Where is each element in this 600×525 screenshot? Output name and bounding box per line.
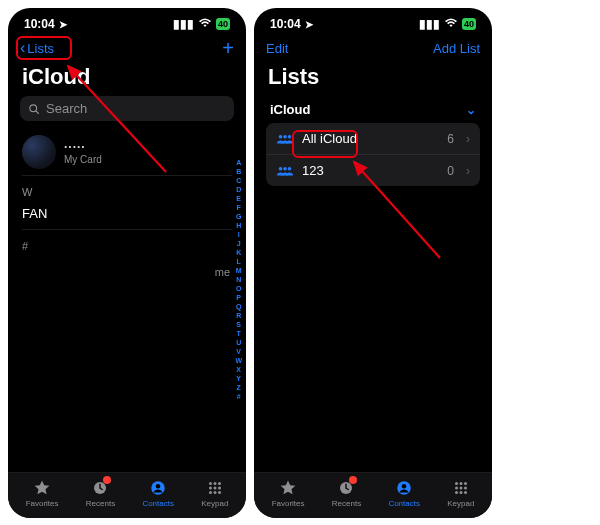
page-title: Lists (254, 62, 492, 96)
svg-point-31 (455, 491, 458, 494)
svg-point-8 (218, 482, 221, 485)
index-letter[interactable]: Z (235, 383, 242, 392)
index-letter[interactable]: K (235, 248, 242, 257)
svg-point-10 (213, 487, 216, 490)
wifi-icon (444, 17, 458, 31)
index-letter[interactable]: W (235, 356, 242, 365)
svg-point-30 (464, 487, 467, 490)
svg-point-5 (156, 484, 161, 489)
back-label: Lists (27, 41, 54, 56)
tab-bar: Favorites Recents Contacts Keypad (8, 472, 246, 518)
svg-point-9 (209, 487, 212, 490)
svg-point-17 (288, 134, 292, 138)
section-header-w: W (8, 176, 246, 202)
keypad-icon (452, 479, 470, 497)
index-letter[interactable]: F (235, 203, 242, 212)
star-icon (33, 479, 51, 497)
badge-icon (103, 476, 111, 484)
phone-lists: 10:04 ➤ ▮▮▮ 40 Edit Add List Lists iClou… (254, 8, 492, 518)
badge-icon (349, 476, 357, 484)
index-letter[interactable]: R (235, 311, 242, 320)
svg-point-33 (464, 491, 467, 494)
index-letter[interactable]: Y (235, 374, 242, 383)
location-icon: ➤ (305, 19, 313, 30)
svg-point-6 (209, 482, 212, 485)
index-letter[interactable]: # (235, 392, 242, 401)
location-icon: ➤ (59, 19, 67, 30)
svg-point-24 (402, 484, 407, 489)
status-bar: 10:04 ➤ ▮▮▮ 40 (254, 8, 492, 34)
index-letter[interactable]: P (235, 293, 242, 302)
people-icon (276, 165, 294, 177)
avatar (22, 135, 56, 169)
svg-point-15 (279, 134, 283, 138)
index-letter[interactable]: V (235, 347, 242, 356)
svg-point-18 (279, 166, 283, 170)
back-button[interactable]: ‹ Lists (20, 40, 54, 56)
svg-point-32 (459, 491, 462, 494)
tab-keypad[interactable]: Keypad (447, 479, 474, 508)
tab-contacts[interactable]: Contacts (142, 479, 174, 508)
person-icon (395, 479, 413, 497)
list-row-all-icloud[interactable]: All iCloud 6 › (266, 123, 480, 154)
index-letter[interactable]: G (235, 212, 242, 221)
my-card-name: ····· (64, 140, 102, 154)
index-letter[interactable]: B (235, 167, 242, 176)
tab-bar: Favorites Recents Contacts Keypad (254, 472, 492, 518)
contact-row[interactable]: FAN (8, 202, 246, 229)
index-letter[interactable]: X (235, 365, 242, 374)
people-icon (276, 133, 294, 145)
index-letter[interactable]: C (235, 176, 242, 185)
list-row-123[interactable]: 123 0 › (266, 154, 480, 186)
account-name: iCloud (270, 102, 310, 117)
index-letter[interactable]: D (235, 185, 242, 194)
svg-point-11 (218, 487, 221, 490)
list-group: All iCloud 6 › 123 0 › (266, 123, 480, 186)
my-card-row[interactable]: ····· My Card (8, 129, 246, 175)
index-letter[interactable]: A (235, 158, 242, 167)
battery-icon: 40 (216, 18, 230, 30)
index-letter[interactable]: U (235, 338, 242, 347)
svg-point-19 (283, 166, 287, 170)
page-title: iCloud (8, 62, 246, 96)
index-letter[interactable]: O (235, 284, 242, 293)
index-letter[interactable]: H (235, 221, 242, 230)
tab-favorites[interactable]: Favorites (26, 479, 59, 508)
tab-recents[interactable]: Recents (332, 479, 361, 508)
section-header-hash: # (8, 230, 246, 256)
tab-keypad[interactable]: Keypad (201, 479, 228, 508)
plus-icon: + (222, 37, 234, 60)
search-input[interactable]: Search (20, 96, 234, 121)
chevron-down-icon: ⌄ (466, 103, 476, 117)
star-icon (279, 479, 297, 497)
svg-point-27 (464, 482, 467, 485)
svg-point-20 (288, 166, 292, 170)
add-contact-button[interactable]: + (222, 37, 234, 60)
tab-contacts[interactable]: Contacts (388, 479, 420, 508)
tab-recents[interactable]: Recents (86, 479, 115, 508)
svg-point-25 (455, 482, 458, 485)
alpha-index[interactable]: ABCDEFGHIJKLMNOPQRSTUVWXYZ# (235, 158, 242, 401)
index-letter[interactable]: E (235, 194, 242, 203)
account-header[interactable]: iCloud ⌄ (254, 96, 492, 123)
index-letter[interactable]: N (235, 275, 242, 284)
tab-favorites[interactable]: Favorites (272, 479, 305, 508)
index-letter[interactable]: T (235, 329, 242, 338)
svg-point-16 (283, 134, 287, 138)
svg-line-1 (36, 110, 39, 113)
index-letter[interactable]: M (235, 266, 242, 275)
index-letter[interactable]: Q (235, 302, 242, 311)
index-letter[interactable]: L (235, 257, 242, 266)
index-letter[interactable]: S (235, 320, 242, 329)
chevron-right-icon: › (466, 164, 470, 178)
add-list-button[interactable]: Add List (433, 41, 480, 56)
edit-button[interactable]: Edit (266, 41, 288, 56)
index-letter[interactable]: J (235, 239, 242, 248)
search-icon (28, 103, 40, 115)
svg-point-7 (213, 482, 216, 485)
svg-point-13 (213, 491, 216, 494)
battery-icon: 40 (462, 18, 476, 30)
index-letter[interactable]: I (235, 230, 242, 239)
chevron-left-icon: ‹ (20, 40, 25, 56)
signal-icon: ▮▮▮ (419, 17, 440, 31)
